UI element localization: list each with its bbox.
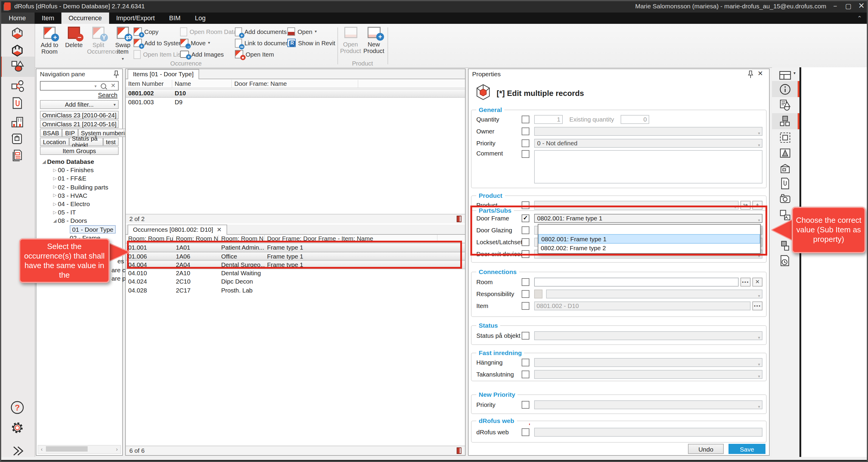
tab-occurrences[interactable]: Occurrences [0801.002: D10] ✕ xyxy=(128,225,227,235)
hangning-dropdown[interactable]: ▾ xyxy=(534,358,763,367)
tree-expander-icon[interactable]: ▷ xyxy=(52,209,58,215)
layout-icon[interactable] xyxy=(779,70,791,81)
takanslutning-checkbox[interactable] xyxy=(522,370,529,378)
filter-status-pa-objekt[interactable]: Status på objekt xyxy=(69,138,103,146)
undo-button[interactable]: Undo xyxy=(688,444,724,454)
room-data-icon[interactable] xyxy=(10,43,25,58)
item-data-icon[interactable] xyxy=(779,99,791,111)
tab-log[interactable]: Log xyxy=(188,12,213,24)
link-to-documents-button[interactable]: ∞ Link to documents xyxy=(235,38,293,48)
open-item-list-button[interactable]: Open Item List xyxy=(133,50,184,59)
quantity-checkbox[interactable] xyxy=(522,115,529,123)
close-button[interactable]: ✕ xyxy=(855,0,868,12)
pin-icon[interactable] xyxy=(748,70,753,79)
tab-home[interactable]: Home xyxy=(0,12,35,24)
tree-05-it[interactable]: ▷ 05 - IT xyxy=(36,208,121,216)
status-pa-objekt-checkbox[interactable] xyxy=(522,332,529,339)
open-product-button[interactable]: Open Product xyxy=(340,25,361,62)
report-icon[interactable] xyxy=(457,216,461,222)
new-priority-dropdown[interactable]: ▾ xyxy=(534,400,763,409)
column-door-frame-name[interactable]: Door Frame: Name xyxy=(232,80,358,88)
search-icon[interactable] xyxy=(101,84,106,89)
tree-expander-icon[interactable]: ▷ xyxy=(52,167,58,173)
show-in-revit-button[interactable]: R Show in Revit xyxy=(287,38,335,48)
add-to-room-button[interactable]: + Add to Room xyxy=(38,25,61,62)
priority-dropdown[interactable]: 0 - Not defined▾ xyxy=(534,138,763,147)
clear-room-button[interactable]: ✕ xyxy=(752,277,763,286)
table-row[interactable]: 04.028 2C17 Prosth. Lab xyxy=(126,286,465,295)
documents-attach-icon[interactable] xyxy=(779,177,791,190)
filter-test[interactable]: test xyxy=(103,138,119,146)
column-item-number[interactable]: Item Number xyxy=(126,80,172,88)
sub-items-icon[interactable] xyxy=(779,240,791,252)
buildings-icon[interactable] xyxy=(10,115,25,129)
pin-icon[interactable] xyxy=(113,70,119,79)
rooms-icon[interactable] xyxy=(10,26,25,40)
tree-expander-icon[interactable]: ▷ xyxy=(52,201,58,206)
tab-bim[interactable]: BIM xyxy=(162,12,187,24)
tab-occurrence[interactable]: Occurrence xyxy=(61,12,109,24)
documents-icon[interactable] xyxy=(10,96,25,110)
model-view-icon[interactable] xyxy=(779,132,791,143)
priority-checkbox[interactable] xyxy=(522,139,529,147)
tree-01-door-type[interactable]: 01 - Door Type xyxy=(36,225,121,233)
status-pa-objekt-dropdown[interactable]: ▾ xyxy=(534,331,763,340)
item-checkbox[interactable] xyxy=(522,302,529,309)
search-history-caret-icon[interactable]: ▾ xyxy=(94,82,97,90)
help-icon[interactable]: ? xyxy=(10,400,25,415)
filter-bsab[interactable]: BSAB xyxy=(40,129,62,137)
tree-expander-icon[interactable]: ▷ xyxy=(52,176,58,181)
report-icon[interactable] xyxy=(457,448,461,454)
filter-item-groups[interactable]: Item Groups xyxy=(40,146,119,155)
items-sub-icon[interactable] xyxy=(779,116,791,128)
drofus-web-field[interactable] xyxy=(534,427,763,436)
save-button[interactable]: Save xyxy=(728,444,766,454)
horizontal-scrollbar[interactable]: ‹ › xyxy=(37,445,121,454)
filter-omniclass-23[interactable]: OmniClass 23 [2010-06-24] xyxy=(40,111,119,119)
quantity-field[interactable]: 1 xyxy=(534,115,563,124)
copy-button[interactable]: + Copy xyxy=(133,27,184,36)
table-row[interactable]: 0801.002 D10 xyxy=(126,89,465,98)
scroll-left-icon[interactable]: ‹ xyxy=(38,446,45,453)
browse-item-button[interactable]: ●●● xyxy=(752,301,763,310)
products-icon[interactable] xyxy=(779,147,791,159)
scroll-right-icon[interactable]: › xyxy=(113,446,120,453)
add-images-button[interactable]: + Add Images xyxy=(180,50,237,59)
expand-sidebar-icon[interactable] xyxy=(10,444,25,458)
delete-button[interactable]: − Delete xyxy=(63,25,85,62)
owner-dropdown[interactable]: ▾ xyxy=(534,127,763,135)
new-priority-checkbox[interactable] xyxy=(522,401,529,408)
tree-08-doors[interactable]: ◢ 08 - Doors xyxy=(36,217,121,225)
filter-location[interactable]: Location xyxy=(40,138,69,146)
room-checkbox[interactable] xyxy=(522,278,529,286)
reports-icon[interactable] xyxy=(10,148,25,163)
responsibility-checkbox[interactable] xyxy=(522,290,529,298)
product-catalog-icon[interactable] xyxy=(10,132,25,146)
tree-01-ffe[interactable]: ▷ 01 - FF&E xyxy=(36,174,121,183)
tree-00-finishes[interactable]: ▷ 00 - Finishes xyxy=(36,166,121,174)
takanslutning-dropdown[interactable]: ▾ xyxy=(534,370,763,378)
existing-quantity-field[interactable]: 0 xyxy=(621,115,649,124)
close-tab-icon[interactable]: ✕ xyxy=(217,225,222,235)
add-filter-dropdown[interactable]: Add filter... ▾ xyxy=(40,100,119,109)
add-documents-button[interactable]: + Add documents xyxy=(235,27,293,36)
tree-03-hvac[interactable]: ▷ 03 - HVAC xyxy=(36,191,121,200)
tree-expander-icon[interactable]: ◢ xyxy=(41,159,47,164)
images-icon[interactable] xyxy=(779,192,791,204)
tree-02-building-parts[interactable]: ▷ 02 - Building parts xyxy=(36,183,121,191)
collapse-ribbon-button[interactable]: ⌃ xyxy=(857,12,862,24)
tree-expander-icon[interactable]: ◢ xyxy=(52,218,58,223)
responsibility-dropdown[interactable]: ▾ xyxy=(546,289,763,298)
search-input[interactable]: ▾ ✕ xyxy=(40,81,119,91)
table-row[interactable]: 04.010 2A10 Dental Waiting xyxy=(126,269,465,277)
comment-textarea[interactable] xyxy=(534,150,763,184)
open-button[interactable]: Open▾ xyxy=(287,27,335,36)
split-occurrence-button[interactable]: Y Split Occurrence xyxy=(87,25,110,62)
clear-search-icon[interactable]: ✕ xyxy=(111,81,116,90)
minimize-button[interactable]: − xyxy=(829,0,842,12)
layout-caret-icon[interactable]: ▾ xyxy=(794,71,796,76)
items-icon[interactable] xyxy=(10,59,25,73)
maximize-button[interactable]: ▢ xyxy=(842,0,855,12)
product-box-icon[interactable] xyxy=(779,163,791,174)
add-to-system-button[interactable]: + Add to System xyxy=(133,38,184,48)
